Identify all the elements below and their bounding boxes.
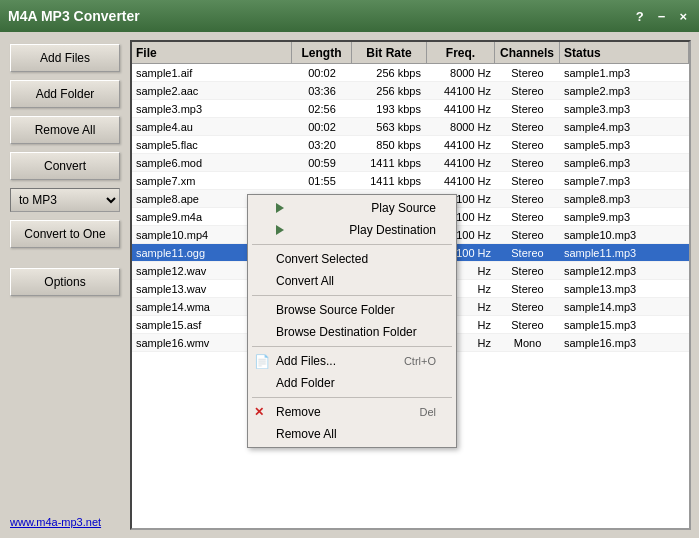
col-header-freq: Freq. [427, 42, 495, 63]
cell-status: sample13.mp3 [560, 282, 689, 296]
cell-bitrate: 563 kbps [352, 120, 427, 134]
cell-channels: Stereo [495, 192, 560, 206]
add-folder-button[interactable]: Add Folder [10, 80, 120, 108]
cell-freq: 44100 Hz [427, 138, 495, 152]
help-button[interactable]: ? [632, 9, 648, 24]
cell-freq: 8000 Hz [427, 120, 495, 134]
cell-freq: 8000 Hz [427, 66, 495, 80]
context-menu-item-label: Remove [276, 405, 321, 419]
convert-button[interactable]: Convert [10, 152, 120, 180]
context-menu-item[interactable]: 📄Add Files...Ctrl+O [248, 350, 456, 372]
table-row[interactable]: sample6.mod 00:59 1411 kbps 44100 Hz Ste… [132, 154, 689, 172]
cell-status: sample8.mp3 [560, 192, 689, 206]
cell-channels: Stereo [495, 84, 560, 98]
context-menu-item[interactable]: ✕RemoveDel [248, 401, 456, 423]
cell-channels: Stereo [495, 228, 560, 242]
context-menu-item[interactable]: Play Source [248, 197, 456, 219]
cell-status: sample6.mp3 [560, 156, 689, 170]
cell-freq: 44100 Hz [427, 174, 495, 188]
cell-status: sample2.mp3 [560, 84, 689, 98]
context-menu-item-label: Play Destination [349, 223, 436, 237]
cell-freq: 44100 Hz [427, 156, 495, 170]
minimize-button[interactable]: − [654, 9, 670, 24]
add-files-icon: 📄 [254, 354, 270, 369]
context-menu-item[interactable]: Add Folder [248, 372, 456, 394]
context-menu-item[interactable]: Browse Source Folder [248, 299, 456, 321]
context-menu-item[interactable]: Remove All [248, 423, 456, 445]
table-row[interactable]: sample1.aif 00:02 256 kbps 8000 Hz Stere… [132, 64, 689, 82]
shortcut-label: Ctrl+O [404, 355, 436, 367]
table-row[interactable]: sample2.aac 03:36 256 kbps 44100 Hz Ster… [132, 82, 689, 100]
cell-file: sample5.flac [132, 138, 292, 152]
cell-channels: Stereo [495, 246, 560, 260]
cell-channels: Stereo [495, 264, 560, 278]
cell-bitrate: 1411 kbps [352, 156, 427, 170]
cell-channels: Stereo [495, 210, 560, 224]
remove-icon: ✕ [254, 405, 264, 419]
website-link[interactable]: www.m4a-mp3.net [10, 516, 101, 528]
cell-file: sample2.aac [132, 84, 292, 98]
context-menu-item[interactable]: Play Destination [248, 219, 456, 241]
cell-file: sample4.au [132, 120, 292, 134]
cell-channels: Stereo [495, 120, 560, 134]
add-files-button[interactable]: Add Files [10, 44, 120, 72]
cell-status: sample16.mp3 [560, 336, 689, 350]
context-menu-item-label: Convert All [276, 274, 334, 288]
context-menu-separator [252, 346, 452, 347]
context-menu-item[interactable]: Convert All [248, 270, 456, 292]
context-menu-item-label: Browse Destination Folder [276, 325, 417, 339]
cell-length: 03:20 [292, 138, 352, 152]
cell-freq: 44100 Hz [427, 102, 495, 116]
context-menu-item-label: Browse Source Folder [276, 303, 395, 317]
app-title: M4A MP3 Converter [8, 8, 632, 24]
cell-bitrate: 850 kbps [352, 138, 427, 152]
table-row[interactable]: sample7.xm 01:55 1411 kbps 44100 Hz Ster… [132, 172, 689, 190]
cell-channels: Stereo [495, 300, 560, 314]
cell-file: sample3.mp3 [132, 102, 292, 116]
col-header-file: File [132, 42, 292, 63]
cell-length: 00:02 [292, 120, 352, 134]
options-button[interactable]: Options [10, 268, 120, 296]
cell-status: sample11.mp3 [560, 246, 689, 260]
remove-all-button[interactable]: Remove All [10, 116, 120, 144]
cell-length: 03:36 [292, 84, 352, 98]
format-row: to MP3 to WAV to AAC to WMA [10, 188, 120, 212]
context-menu-item-label: Convert Selected [276, 252, 368, 266]
table-row[interactable]: sample5.flac 03:20 850 kbps 44100 Hz Ste… [132, 136, 689, 154]
cell-bitrate: 1411 kbps [352, 174, 427, 188]
convert-to-one-button[interactable]: Convert to One [10, 220, 120, 248]
close-button[interactable]: × [675, 9, 691, 24]
table-row[interactable]: sample4.au 00:02 563 kbps 8000 Hz Stereo… [132, 118, 689, 136]
cell-length: 01:55 [292, 174, 352, 188]
cell-length: 02:56 [292, 102, 352, 116]
cell-channels: Stereo [495, 282, 560, 296]
table-header: File Length Bit Rate Freq. Channels Stat… [132, 42, 689, 64]
cell-length: 00:02 [292, 66, 352, 80]
table-row[interactable]: sample3.mp3 02:56 193 kbps 44100 Hz Ster… [132, 100, 689, 118]
cell-length: 00:59 [292, 156, 352, 170]
cell-status: sample5.mp3 [560, 138, 689, 152]
cell-freq: 44100 Hz [427, 84, 495, 98]
cell-status: sample9.mp3 [560, 210, 689, 224]
cell-bitrate: 256 kbps [352, 66, 427, 80]
col-header-length: Length [292, 42, 352, 63]
context-menu-separator [252, 397, 452, 398]
cell-status: sample10.mp3 [560, 228, 689, 242]
cell-bitrate: 193 kbps [352, 102, 427, 116]
context-menu-item-label: Remove All [276, 427, 337, 441]
cell-status: sample14.mp3 [560, 300, 689, 314]
main-container: Add Files Add Folder Remove All Convert … [0, 32, 699, 538]
play-icon [276, 225, 284, 235]
context-menu-item[interactable]: Browse Destination Folder [248, 321, 456, 343]
context-menu-item-label: Add Files... [276, 354, 336, 368]
sidebar: Add Files Add Folder Remove All Convert … [0, 32, 130, 538]
cell-status: sample3.mp3 [560, 102, 689, 116]
cell-channels: Stereo [495, 156, 560, 170]
cell-status: sample7.mp3 [560, 174, 689, 188]
cell-channels: Stereo [495, 138, 560, 152]
format-select[interactable]: to MP3 to WAV to AAC to WMA [10, 188, 120, 212]
cell-status: sample15.mp3 [560, 318, 689, 332]
context-menu-item[interactable]: Convert Selected [248, 248, 456, 270]
play-icon [276, 203, 284, 213]
file-list-area: File Length Bit Rate Freq. Channels Stat… [130, 40, 691, 530]
